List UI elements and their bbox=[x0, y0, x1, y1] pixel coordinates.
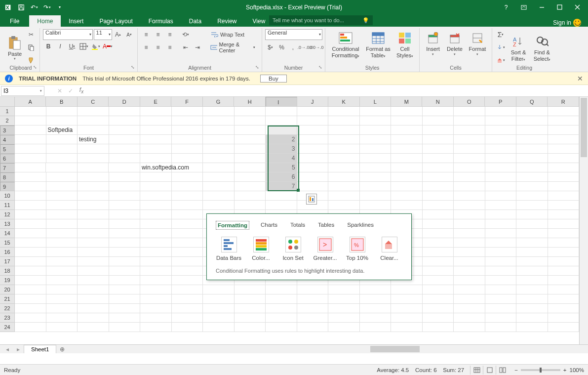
cell[interactable] bbox=[454, 191, 485, 201]
align-center-icon[interactable]: ≡ bbox=[153, 42, 163, 53]
cell[interactable] bbox=[78, 304, 109, 313]
cell[interactable] bbox=[203, 125, 235, 135]
cell[interactable] bbox=[266, 125, 297, 135]
select-all-corner[interactable] bbox=[0, 97, 15, 107]
cell[interactable] bbox=[485, 229, 517, 238]
cell[interactable] bbox=[548, 107, 580, 116]
cell[interactable] bbox=[297, 323, 329, 332]
tab-page-layout[interactable]: Page Layout bbox=[91, 15, 140, 27]
cell[interactable] bbox=[46, 144, 78, 154]
cell[interactable] bbox=[15, 107, 46, 116]
cell[interactable] bbox=[266, 304, 297, 313]
cell[interactable] bbox=[548, 116, 580, 125]
cell[interactable] bbox=[266, 107, 297, 116]
cell[interactable] bbox=[172, 172, 203, 182]
cell[interactable] bbox=[423, 116, 454, 125]
cell[interactable] bbox=[15, 276, 46, 285]
cell[interactable] bbox=[423, 313, 454, 323]
cell[interactable] bbox=[15, 172, 46, 182]
cell[interactable] bbox=[485, 201, 517, 210]
cell[interactable] bbox=[46, 201, 78, 210]
cell[interactable] bbox=[391, 135, 423, 144]
view-page-layout-icon[interactable] bbox=[483, 366, 496, 375]
increase-indent-icon[interactable]: ⇥ bbox=[192, 42, 203, 53]
cell[interactable] bbox=[46, 191, 78, 201]
zoom-level[interactable]: 100% bbox=[570, 367, 584, 373]
cell[interactable] bbox=[391, 182, 423, 191]
cell[interactable] bbox=[548, 276, 580, 285]
row-header[interactable]: 22 bbox=[0, 304, 15, 313]
font-launcher[interactable]: ⤡ bbox=[129, 64, 136, 71]
cell[interactable] bbox=[172, 182, 203, 191]
cell[interactable] bbox=[548, 285, 580, 294]
cell[interactable] bbox=[297, 304, 329, 313]
cell[interactable] bbox=[391, 304, 423, 313]
cell[interactable] bbox=[140, 116, 172, 125]
cell[interactable] bbox=[485, 294, 517, 304]
cell[interactable] bbox=[172, 154, 203, 163]
align-top-icon[interactable]: ≡ bbox=[141, 29, 152, 40]
cell[interactable] bbox=[485, 285, 517, 294]
cell[interactable] bbox=[423, 238, 454, 248]
cell[interactable] bbox=[328, 163, 359, 172]
cell[interactable] bbox=[516, 229, 548, 238]
cell[interactable] bbox=[516, 323, 548, 332]
row-header[interactable]: 20 bbox=[0, 285, 15, 294]
row-header[interactable]: 14 bbox=[0, 229, 15, 238]
cell[interactable] bbox=[423, 304, 454, 313]
column-header[interactable]: C bbox=[78, 97, 109, 107]
cell-styles-button[interactable]: Cell Styles▾ bbox=[393, 29, 416, 58]
cell[interactable] bbox=[235, 163, 266, 172]
cell[interactable] bbox=[391, 201, 423, 210]
cell[interactable] bbox=[78, 248, 109, 257]
cell[interactable] bbox=[266, 201, 297, 210]
qa-tab-charts[interactable]: Charts bbox=[259, 221, 279, 230]
cell[interactable] bbox=[203, 285, 235, 294]
row-header[interactable]: 23 bbox=[0, 313, 15, 323]
cell[interactable] bbox=[109, 163, 140, 172]
cell[interactable] bbox=[15, 135, 46, 144]
cell[interactable] bbox=[109, 238, 141, 248]
cell[interactable] bbox=[78, 125, 109, 135]
conditional-formatting-button[interactable]: Conditional Formatting▾ bbox=[328, 29, 363, 58]
sort-filter-button[interactable]: AZ Sort & Filter▾ bbox=[507, 33, 530, 62]
cell[interactable] bbox=[15, 219, 46, 229]
cell[interactable] bbox=[423, 201, 454, 210]
cell[interactable] bbox=[328, 304, 360, 313]
increase-font-icon[interactable]: A▴ bbox=[113, 29, 123, 40]
cell[interactable] bbox=[548, 248, 580, 257]
cell[interactable] bbox=[172, 323, 203, 332]
cell[interactable] bbox=[203, 172, 235, 182]
cell[interactable] bbox=[172, 304, 203, 313]
minimize-icon[interactable] bbox=[535, 2, 549, 13]
row-header[interactable]: 21 bbox=[0, 294, 15, 304]
cell[interactable] bbox=[454, 294, 485, 304]
cell[interactable] bbox=[46, 135, 78, 144]
cell[interactable] bbox=[172, 248, 203, 257]
cell[interactable] bbox=[78, 294, 109, 304]
cell[interactable] bbox=[548, 257, 580, 266]
cell[interactable] bbox=[140, 294, 172, 304]
cell[interactable] bbox=[360, 125, 392, 135]
cell[interactable] bbox=[46, 294, 78, 304]
fill-color-button[interactable]: ▾ bbox=[90, 41, 101, 52]
cell[interactable] bbox=[78, 201, 109, 210]
cell[interactable] bbox=[423, 276, 454, 285]
row-header[interactable]: 17 bbox=[0, 257, 15, 266]
cell[interactable] bbox=[548, 201, 580, 210]
cell[interactable] bbox=[109, 172, 141, 182]
cell[interactable] bbox=[516, 294, 548, 304]
buy-button[interactable]: Buy bbox=[260, 75, 287, 83]
orientation-icon[interactable]: ⟲▾ bbox=[180, 29, 191, 40]
cell[interactable] bbox=[140, 248, 172, 257]
cell[interactable] bbox=[15, 201, 46, 210]
cell[interactable] bbox=[15, 182, 46, 191]
view-normal-icon[interactable] bbox=[470, 366, 483, 375]
cell[interactable] bbox=[140, 201, 172, 210]
formula-input[interactable] bbox=[87, 86, 588, 96]
cell[interactable] bbox=[454, 125, 485, 135]
fx-icon[interactable]: fx bbox=[76, 86, 87, 94]
cell[interactable] bbox=[516, 248, 548, 257]
cell[interactable] bbox=[328, 116, 360, 125]
cell[interactable] bbox=[423, 163, 454, 172]
